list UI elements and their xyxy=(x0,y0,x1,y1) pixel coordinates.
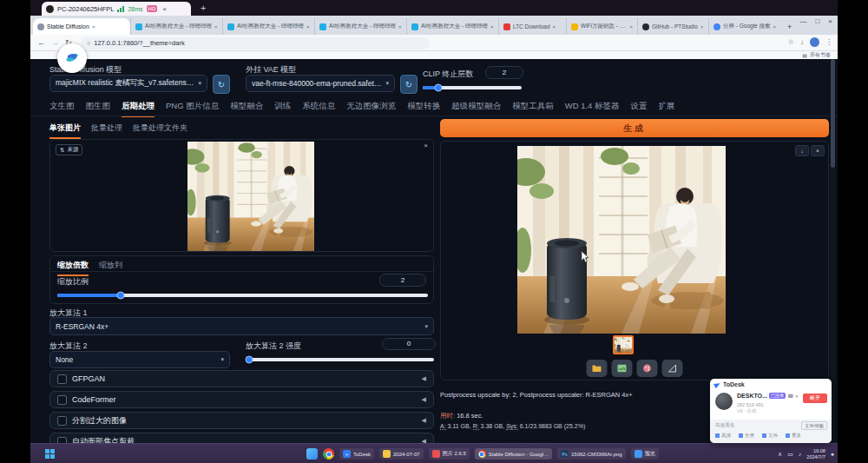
browser-tab[interactable]: LTC Download × xyxy=(498,18,566,35)
accordion-gfpgan[interactable]: GFPGAN ◀ xyxy=(49,370,434,387)
tab-close-icon[interactable]: × xyxy=(398,24,402,30)
download-result-button[interactable]: ↓ xyxy=(795,145,809,156)
scrollbar-thumb[interactable] xyxy=(831,59,835,168)
upscaler2-strength-slider[interactable] xyxy=(246,358,434,361)
new-tab-button[interactable]: + xyxy=(783,18,800,35)
todesk-window[interactable]: ToDesk DESKTO... 已连接 ☎ ▾ 断开 262 519 491 … xyxy=(710,379,832,443)
taskbar-app-folder[interactable]: 2024-07-07 xyxy=(379,448,424,460)
refresh-vae-button[interactable]: ↻ xyxy=(400,75,418,94)
subtab-batch-process[interactable]: 批量处理 xyxy=(91,122,122,139)
clip-skip-slider[interactable] xyxy=(423,86,522,89)
disconnect-button[interactable]: 断开 xyxy=(803,394,827,403)
taskbar-app-photos[interactable]: 图片 2.6.5 xyxy=(429,448,470,460)
send-to-img2img-button[interactable] xyxy=(637,360,658,377)
gfpgan-checkbox[interactable] xyxy=(57,374,67,384)
phone-icon[interactable]: ☎ xyxy=(787,393,793,399)
accordion-auto-face-crop[interactable]: 自动面部焦点剪裁 ◀ xyxy=(49,433,434,443)
browser-tab[interactable]: AI绘画教程大全 - 哔哩哔哩 × xyxy=(406,18,498,35)
subtab-batch-folder[interactable]: 批量处理文件夹 xyxy=(133,122,187,139)
tray-clock[interactable]: 19:08 2024/7/7 xyxy=(806,448,825,460)
codeformer-checkbox[interactable] xyxy=(57,395,67,405)
clip-skip-value[interactable]: 2 xyxy=(485,66,523,79)
source-image-dropzone[interactable]: ⇅ 来源 × xyxy=(49,139,434,252)
url-text: 127.0.0.1:7860/?__theme=dark xyxy=(94,39,184,47)
back-button[interactable]: ← xyxy=(37,38,45,47)
quick-hd[interactable]: 高清 xyxy=(715,433,731,439)
tray-expand-icon[interactable]: ∧ xyxy=(778,451,782,458)
browser-tab[interactable]: AI绘画教程大全 - 哔哩哔哩 × xyxy=(130,18,222,35)
tab-close-icon[interactable]: × xyxy=(306,24,310,30)
vae-dropdown[interactable]: vae-ft-mse-840000-ema-pruned.safetensors… xyxy=(246,75,395,92)
tab-scale-to[interactable]: 缩放到 xyxy=(99,256,122,276)
tab-close-icon[interactable]: × xyxy=(92,24,95,30)
taskbar-app-photoshop[interactable]: Ps 15062-CM3366Ar.png xyxy=(557,448,626,460)
browser-menu-icon[interactable]: ⋮ xyxy=(825,38,832,46)
close-result-button[interactable]: × xyxy=(811,145,825,156)
browser-tab[interactable]: AI绘画教程大全 - 哔哩哔哩 × xyxy=(222,18,314,35)
upscaler2-strength-value[interactable]: 0 xyxy=(382,338,436,350)
notification-icon[interactable]: ● xyxy=(831,451,834,457)
display-icon[interactable]: ▭ xyxy=(787,451,793,458)
todesk-header[interactable]: ToDesk xyxy=(710,379,832,390)
save-image-button[interactable] xyxy=(612,360,633,377)
minimize-button[interactable]: — xyxy=(799,17,806,25)
upscaler1-dropdown[interactable]: R-ESRGAN 4x+ ▾ xyxy=(49,317,434,335)
site-info-icon[interactable]: ○ xyxy=(87,40,90,46)
send-to-extras-button[interactable] xyxy=(662,360,683,377)
favicon xyxy=(503,23,510,30)
quick-more[interactable]: 更多 xyxy=(786,433,801,439)
address-bar[interactable]: ○ 127.0.0.1:7860/?__theme=dark xyxy=(81,37,430,50)
widgets-icon[interactable] xyxy=(306,448,318,460)
browser-tab[interactable]: WiFi万能钥匙 - 相关 × xyxy=(566,18,637,35)
accordion-label: CodeFormer xyxy=(72,395,417,404)
tab-scale-by[interactable]: 缩放倍数 xyxy=(57,256,89,276)
forward-button[interactable]: → xyxy=(51,38,59,47)
taskbar-app-preview[interactable]: 预览 xyxy=(631,448,659,460)
chevron-down-icon[interactable]: ▾ xyxy=(795,394,798,399)
subtab-single-image[interactable]: 单张图片 xyxy=(49,122,81,139)
download-icon[interactable]: ↓ xyxy=(800,38,804,46)
clock-date: 2024/7/7 xyxy=(806,454,825,460)
maximize-button[interactable]: □ xyxy=(815,17,819,25)
face-crop-checkbox[interactable] xyxy=(57,437,67,444)
tab-close-icon[interactable]: × xyxy=(490,24,494,30)
browser-tab-active[interactable]: Stable Diffusion × xyxy=(33,18,130,35)
taskbar-app-todesk[interactable]: ➢ ToDesk xyxy=(339,448,374,460)
clear-image-button[interactable]: × xyxy=(424,142,428,149)
split-checkbox[interactable] xyxy=(57,416,67,426)
browser-tab[interactable]: GitHub - PTStudio × xyxy=(637,18,708,35)
profile-avatar[interactable] xyxy=(810,37,819,47)
all-bookmarks-button[interactable]: ▤ 所有书签 xyxy=(802,51,831,59)
result-image[interactable] xyxy=(517,146,726,334)
chrome-icon[interactable] xyxy=(323,448,334,460)
tab-close-icon[interactable]: × xyxy=(553,24,556,30)
session-close-icon[interactable]: × xyxy=(162,5,167,13)
upscaler2-dropdown[interactable]: None ▾ xyxy=(49,351,230,368)
file-transfer-button[interactable]: 文件传输 xyxy=(801,421,827,430)
quick-fullscreen[interactable]: 全屏 xyxy=(739,433,754,439)
generate-button[interactable]: 生成 xyxy=(440,119,829,137)
quick-files[interactable]: 文件 xyxy=(762,433,778,439)
tab-close-icon[interactable]: × xyxy=(214,24,218,30)
tab-close-icon[interactable]: × xyxy=(700,24,704,30)
new-session-button[interactable]: + xyxy=(201,3,206,13)
volume-icon[interactable]: ♪ xyxy=(799,451,802,457)
open-folder-button[interactable] xyxy=(587,360,608,377)
start-button[interactable] xyxy=(45,449,55,459)
close-button[interactable]: × xyxy=(828,17,832,25)
accordion-codeformer[interactable]: CodeFormer ◀ xyxy=(49,391,434,408)
browser-tab[interactable]: 分辨 - Google 搜索 × xyxy=(708,18,783,35)
checkpoint-dropdown[interactable]: majicMIX realistic 麦橘写实_v7.safetensors [… xyxy=(49,75,207,92)
drag-icon: ⇅ xyxy=(60,147,64,154)
browser-tab[interactable]: AI绘画教程大全 - 哔哩哔哩 × xyxy=(314,18,406,35)
taskbar-app-chrome-window[interactable]: Stable Diffusion - Googl… xyxy=(475,448,552,460)
tab-close-icon[interactable]: × xyxy=(629,24,633,30)
gallery-thumbnail[interactable] xyxy=(613,335,634,354)
remote-session-tab[interactable]: PC-20240625HFPL 28ms HD × xyxy=(42,2,191,16)
bookmark-star-icon[interactable]: ☆ xyxy=(788,38,794,46)
refresh-checkpoint-button[interactable]: ↻ xyxy=(213,75,230,94)
accordion-split-oversized[interactable]: 分割过大的图像 ◀ xyxy=(49,412,434,429)
scale-by-slider[interactable] xyxy=(57,294,428,297)
tab-close-icon[interactable]: × xyxy=(773,24,777,30)
scale-by-value[interactable]: 2 xyxy=(379,274,426,287)
